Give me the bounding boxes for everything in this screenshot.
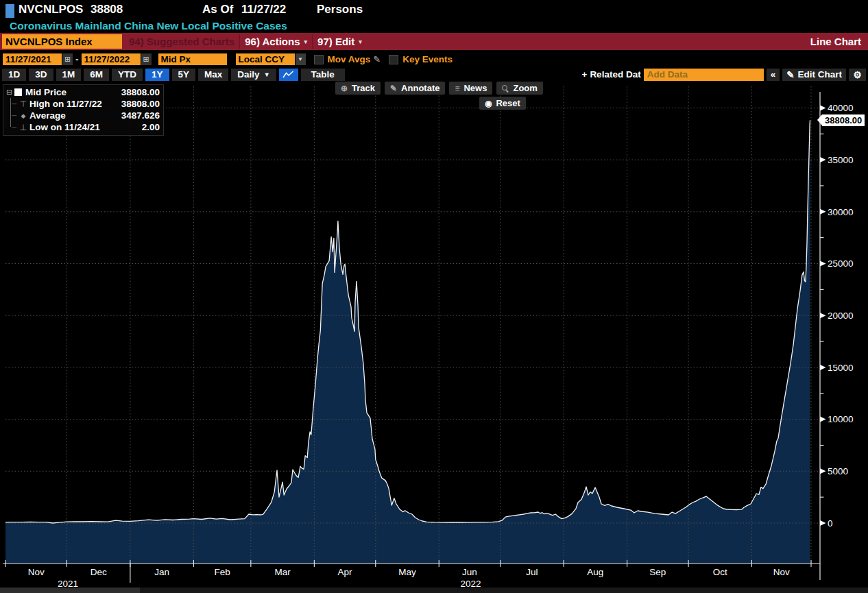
magnifier-icon	[502, 85, 509, 92]
ticker-symbol: NVCNLPOS	[19, 3, 83, 16]
currency-select[interactable]: Local CCY	[236, 53, 295, 65]
bloomberg-terminal-window: { "header": { "ticker": "NVCNLPOS", "las…	[0, 0, 868, 593]
zoom-button[interactable]: Zoom	[496, 82, 542, 95]
svg-text:May: May	[398, 567, 416, 577]
svg-text:Apr: Apr	[338, 567, 353, 577]
calendar-icon[interactable]: ⊞	[62, 53, 73, 65]
tree-connector: ─	[6, 100, 19, 108]
svg-text:Dec: Dec	[91, 567, 107, 577]
edit-chart-button[interactable]: ✎ Edit Chart	[782, 69, 846, 81]
period-1d[interactable]: 1D	[2, 69, 26, 81]
expander-icon[interactable]: ⊟	[6, 88, 14, 97]
pencil-icon: ✎	[390, 84, 397, 93]
last-price-callout: 38808.00	[822, 114, 865, 126]
legend-row-mid-price[interactable]: ⊟ Mid Price 38808.00	[6, 86, 160, 98]
edit-menu[interactable]: 97) Edit ▾	[317, 36, 362, 47]
key-events-checkbox[interactable]	[389, 55, 398, 64]
as-of-date: 11/27/22	[241, 3, 286, 16]
security-description: Coronavirus Mainland China New Local Pos…	[10, 20, 287, 33]
svg-text:15000: 15000	[828, 363, 854, 373]
legend-row-high[interactable]: ─ ⊤ High on 11/27/22 38808.00	[6, 98, 160, 110]
date-to-input[interactable]: 11/27/2022	[82, 53, 141, 65]
quote-row: NVCNLPOS 38808 As Of 11/27/22 Persons	[0, 0, 868, 21]
pencil-icon: ✎	[786, 69, 794, 80]
chart-toolbar: ⊕ Track ✎ Annotate ≡ News Zoom	[335, 82, 543, 95]
svg-text:Nov: Nov	[28, 567, 45, 577]
line-chart-icon	[282, 71, 294, 79]
reset-icon: ◉	[485, 99, 492, 108]
field-bar: 11/27/2021 ⊞ - 11/27/2022 ⊞ Mid Px Local…	[0, 51, 868, 68]
svg-text:0: 0	[828, 518, 833, 529]
svg-text:Jul: Jul	[526, 567, 538, 577]
svg-text:10000: 10000	[828, 414, 854, 424]
ticker-color-block	[5, 4, 14, 18]
svg-text:35000: 35000	[828, 155, 854, 165]
legend-row-low[interactable]: ─ ⊥ Low on 11/24/21 2.00	[6, 121, 160, 133]
price-field-input[interactable]: Mid Px	[158, 53, 227, 65]
table-button[interactable]: Table	[301, 69, 345, 81]
plus-icon: +	[581, 69, 587, 80]
key-events-label[interactable]: Key Events	[402, 54, 453, 64]
pencil-icon[interactable]: ✎	[373, 54, 381, 64]
mov-avgs-checkbox[interactable]	[314, 55, 324, 64]
chevron-down-icon: ▾	[359, 38, 362, 45]
tree-connector: ─	[6, 123, 19, 131]
track-button[interactable]: ⊕ Track	[335, 82, 381, 95]
price-chart[interactable]: 0500010000150002000025000300003500040000…	[0, 81, 868, 593]
gear-icon[interactable]: ⚙	[849, 69, 866, 81]
chevron-down-icon: ▼	[264, 71, 270, 78]
tree-connector: ─	[6, 112, 19, 119]
date-from-input[interactable]: 11/27/2021	[3, 53, 62, 65]
period-6m[interactable]: 6M	[84, 69, 109, 81]
suggested-charts-menu[interactable]: 94) Suggested Charts	[129, 36, 234, 47]
news-icon: ≡	[455, 84, 459, 93]
collapse-panel-button[interactable]: «	[767, 69, 780, 81]
related-data-button[interactable]: + Related Dat	[581, 69, 640, 80]
svg-text:40000: 40000	[828, 103, 854, 113]
svg-text:Mar: Mar	[274, 567, 291, 577]
annotate-button[interactable]: ✎ Annotate	[385, 82, 445, 95]
frequency-select[interactable]: Daily ▼	[231, 69, 276, 81]
actions-menu[interactable]: 96) Actions ▾	[245, 36, 307, 47]
chart-pane[interactable]: 0500010000150002000025000300003500040000…	[0, 81, 868, 593]
svg-text:Jan: Jan	[154, 567, 169, 577]
menu-bar: NVCNLPOS Index 94) Suggested Charts 96) …	[0, 33, 868, 50]
menu-divider	[312, 34, 313, 49]
average-marker-icon: ◆	[19, 112, 28, 119]
window-edge-strip	[140, 588, 868, 593]
period-5y[interactable]: 5Y	[172, 69, 196, 81]
period-1y[interactable]: 1Y	[145, 69, 169, 81]
chart-type-label: Line Chart	[810, 36, 861, 47]
svg-text:5000: 5000	[828, 466, 848, 476]
period-max[interactable]: Max	[198, 69, 228, 81]
svg-text:Sep: Sep	[649, 567, 666, 577]
low-marker-icon: ⊥	[19, 123, 28, 132]
chevron-down-icon: ▾	[304, 38, 308, 45]
svg-text:20000: 20000	[828, 311, 854, 321]
period-ytd[interactable]: YTD	[112, 69, 143, 81]
svg-text:Oct: Oct	[713, 567, 727, 577]
svg-text:25000: 25000	[828, 258, 854, 269]
high-marker-icon: ⊤	[19, 99, 28, 109]
chart-legend: ⊟ Mid Price 38808.00 ─ ⊤ High on 11/27/2…	[3, 84, 164, 136]
chevron-down-icon[interactable]: ▼	[296, 53, 306, 65]
svg-text:Nov: Nov	[773, 567, 790, 577]
news-button[interactable]: ≡ News	[449, 82, 492, 95]
period-1m[interactable]: 1M	[56, 69, 82, 81]
security-input[interactable]: NVCNLPOS Index	[2, 34, 122, 49]
svg-text:Jun: Jun	[462, 567, 477, 577]
add-data-input[interactable]: Add Data	[644, 69, 764, 81]
line-chart-type-button[interactable]	[279, 69, 298, 81]
period-3d[interactable]: 3D	[29, 69, 53, 81]
reset-button[interactable]: ◉ Reset	[479, 97, 526, 110]
track-icon: ⊕	[341, 84, 348, 93]
mov-avgs-label[interactable]: Mov Avgs	[328, 54, 371, 64]
calendar-icon[interactable]: ⊞	[141, 53, 152, 65]
unit-label: Persons	[317, 3, 363, 16]
window-edge-strip	[0, 588, 140, 593]
date-range-separator: -	[75, 54, 79, 64]
svg-text:30000: 30000	[828, 207, 854, 217]
series-swatch	[14, 88, 22, 96]
period-bar: 1D 3D 1M 6M YTD 1Y 5Y Max Daily ▼ Table …	[0, 67, 868, 82]
legend-row-average[interactable]: ─ ◆ Average 3487.626	[6, 110, 160, 121]
